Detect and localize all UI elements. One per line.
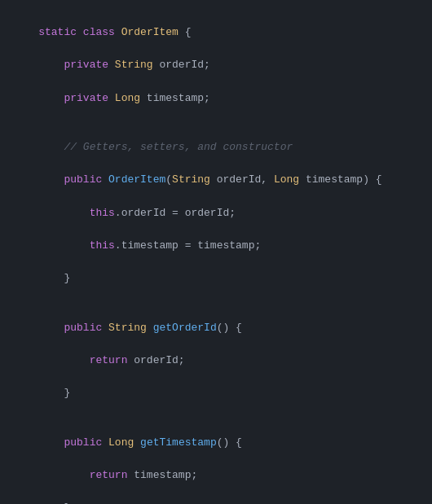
code-line: this.orderId = orderId;	[13, 205, 419, 221]
code-editor: static class OrderItem { private String …	[0, 0, 432, 504]
code-line: }	[13, 270, 419, 287]
code-line: private Long timestamp;	[13, 90, 419, 107]
code-line: }	[13, 500, 419, 504]
code-line: // Getters, setters, and constructor	[13, 139, 419, 156]
code-line: private String orderId;	[13, 57, 419, 73]
code-line: public Long getTimestamp() {	[13, 435, 419, 451]
code-line: return orderId;	[13, 353, 419, 369]
code-line: public OrderItem(String orderId, Long ti…	[13, 172, 419, 188]
code-line: public String getOrderId() {	[13, 320, 419, 336]
code-line: static class OrderItem {	[13, 24, 419, 41]
code-line: }	[13, 385, 419, 401]
code-line: return timestamp;	[13, 467, 419, 484]
code-line: this.timestamp = timestamp;	[13, 238, 419, 254]
